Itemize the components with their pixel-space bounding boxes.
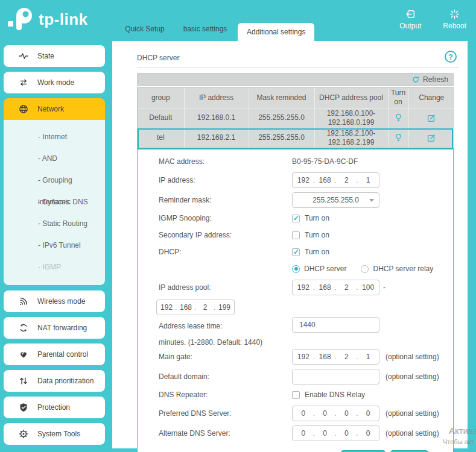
- col-dhcp-address-pool: DHCP address pool: [314, 88, 388, 108]
- preferred-dns-label: Preferred DNS Server:: [159, 409, 292, 418]
- octet-2[interactable]: 0: [314, 429, 336, 438]
- sidebar-item-data-prioritization[interactable]: Data prioritization: [4, 370, 105, 392]
- reboot-button[interactable]: Reboot: [443, 9, 466, 30]
- turn-on-bulb-icon[interactable]: [394, 133, 403, 143]
- octet-1[interactable]: 0: [293, 429, 314, 438]
- sidebar-item-protection[interactable]: Protection: [4, 397, 105, 418]
- sidebar-item-internet[interactable]: - Internet: [4, 126, 105, 148]
- octet-4[interactable]: 199: [215, 303, 234, 312]
- sidebar-item-ipv6-tunnel[interactable]: - IPv6 Tunnel: [4, 234, 105, 256]
- octet-3[interactable]: 0: [336, 429, 358, 438]
- dhcp-server-relay-radio-label: DHCP server relay: [373, 265, 433, 273]
- col-ip-address: IP address: [184, 88, 249, 108]
- sidebar-item-network[interactable]: Network: [4, 98, 105, 120]
- dhcp-server-option[interactable]: DHCP server: [292, 265, 346, 273]
- tab-basic-settings[interactable]: basic settings: [175, 25, 235, 41]
- secondary-ip-checkbox[interactable]: [292, 231, 300, 239]
- sidebar-item-work-mode[interactable]: Work mode: [4, 72, 105, 93]
- dhcp-checkbox[interactable]: [292, 248, 300, 256]
- ip-pool-end-input[interactable]: 192 168 2 199: [156, 300, 235, 315]
- main-content: DHCP server ? Refresh group IP address: [112, 41, 468, 448]
- octet-4[interactable]: 1: [357, 176, 379, 184]
- octet-1[interactable]: 192: [157, 303, 176, 312]
- cell-mask: 255.255.255.0: [249, 108, 314, 128]
- change-edit-icon[interactable]: [427, 133, 436, 143]
- default-domain-input[interactable]: [292, 369, 379, 385]
- sidebar-item-nat-forwarding[interactable]: NAT forwarding: [4, 317, 105, 339]
- octet-4[interactable]: 0: [357, 409, 379, 418]
- preferred-dns-input[interactable]: 0 0 0 0: [292, 406, 379, 421]
- logout-icon: [405, 9, 416, 19]
- octet-1[interactable]: 192: [293, 353, 314, 361]
- output-label: Output: [399, 22, 421, 30]
- ip-address-input[interactable]: 192 168 2 1: [292, 172, 379, 188]
- sidebar-item-dynamic-dns[interactable]: - Dynamic DNS: [4, 191, 105, 213]
- alternate-dns-hint: (optional setting): [386, 429, 439, 438]
- octet-3[interactable]: 2: [195, 303, 215, 312]
- sidebar-item-and[interactable]: - AND: [4, 148, 105, 169]
- octet-4[interactable]: 100: [357, 283, 379, 292]
- logo-text: tp-link: [39, 10, 88, 29]
- work-mode-icon: [19, 78, 28, 87]
- dhcp-mode-row: DHCP server DHCP server relay: [138, 260, 453, 277]
- change-edit-icon[interactable]: [427, 113, 436, 123]
- octet-2[interactable]: 0: [314, 409, 336, 418]
- reminder-mask-value: 255.255.255.0: [313, 196, 359, 204]
- octet-2[interactable]: 168: [176, 303, 195, 312]
- igmp-snooping-checkbox[interactable]: [292, 215, 300, 222]
- octet-3[interactable]: 2: [336, 353, 358, 361]
- cell-change: [408, 108, 454, 128]
- octet-4[interactable]: 0: [357, 429, 379, 438]
- octet-4[interactable]: 1: [357, 353, 379, 361]
- output-button[interactable]: Output: [399, 9, 421, 30]
- ip-pool-start-input[interactable]: 192 168 2 100: [292, 280, 379, 295]
- pool-range-separator: -: [383, 283, 386, 292]
- reminder-mask-select[interactable]: 255.255.255.0: [292, 192, 379, 208]
- dns-repeater-checkbox[interactable]: [292, 391, 300, 399]
- dhcp-server-relay-radio[interactable]: [361, 265, 369, 273]
- sidebar-item-state[interactable]: State: [4, 45, 105, 67]
- sidebar-item-label: Network: [37, 105, 64, 113]
- reminder-mask-row: Reminder mask: 255.255.255.0: [138, 190, 453, 210]
- octet-3[interactable]: 2: [336, 176, 358, 184]
- refresh-button[interactable]: Refresh: [411, 75, 448, 84]
- gear-icon: [19, 429, 28, 439]
- mac-address-row: MAC address: B0-95-75-DA-9C-DF: [138, 153, 453, 170]
- tab-additional-settings[interactable]: Additional settings: [238, 23, 314, 41]
- sidebar-item-static-routing[interactable]: - Static Routing: [4, 213, 105, 234]
- main-gate-input[interactable]: 192 168 2 1: [292, 349, 379, 365]
- octet-3[interactable]: 0: [336, 409, 358, 418]
- octet-2[interactable]: 168: [314, 176, 336, 184]
- header-actions: Output Reboot: [399, 9, 466, 30]
- sidebar-item-system-tools[interactable]: System Tools: [4, 423, 105, 445]
- octet-3[interactable]: 2: [336, 283, 358, 292]
- octet-2[interactable]: 168: [314, 283, 336, 292]
- octet-2[interactable]: 168: [314, 353, 336, 361]
- sidebar-item-wireless-mode[interactable]: Wireless mode: [4, 290, 105, 312]
- sidebar-item-label: NAT forwarding: [37, 324, 87, 332]
- router-admin-app: tp-link Quick Setup basic settings Addit…: [0, 0, 476, 452]
- table-row-default[interactable]: Default 192.168.0.1 255.255.255.0 192.16…: [138, 108, 454, 128]
- reboot-label: Reboot: [443, 22, 466, 30]
- dhcp-server-relay-option[interactable]: DHCP server relay: [361, 265, 433, 273]
- turn-on-bulb-icon[interactable]: [394, 113, 403, 123]
- mac-address-value: B0-95-75-DA-9C-DF: [292, 157, 358, 166]
- octet-1[interactable]: 0: [293, 409, 314, 418]
- dhcp-checkbox-label: Turn on: [305, 248, 329, 256]
- heart-icon: [19, 350, 28, 359]
- lease-time-input[interactable]: [292, 317, 379, 333]
- tab-quick-setup[interactable]: Quick Setup: [115, 25, 175, 41]
- sidebar-item-label: Work mode: [37, 78, 74, 87]
- preferred-dns-hint: (optional setting): [386, 409, 439, 418]
- octet-1[interactable]: 192: [293, 283, 314, 292]
- sidebar-item-grouping-interfaces[interactable]: - Grouping interfaces: [4, 169, 105, 191]
- sidebar-item-parental-control[interactable]: Parental control: [4, 344, 105, 365]
- table-row-tel[interactable]: tel 192.168.2.1 255.255.255.0 192.168.2.…: [138, 128, 454, 148]
- default-domain-label: Default domain:: [159, 372, 292, 381]
- sidebar-item-igmp[interactable]: - IGMP: [4, 256, 105, 278]
- alternate-dns-input[interactable]: 0 0 0 0: [292, 425, 379, 441]
- help-icon[interactable]: ?: [445, 51, 457, 63]
- octet-1[interactable]: 192: [293, 176, 314, 184]
- dhcp-server-radio[interactable]: [292, 265, 300, 273]
- dns-repeater-checkbox-label: Enable DNS Relay: [305, 391, 365, 399]
